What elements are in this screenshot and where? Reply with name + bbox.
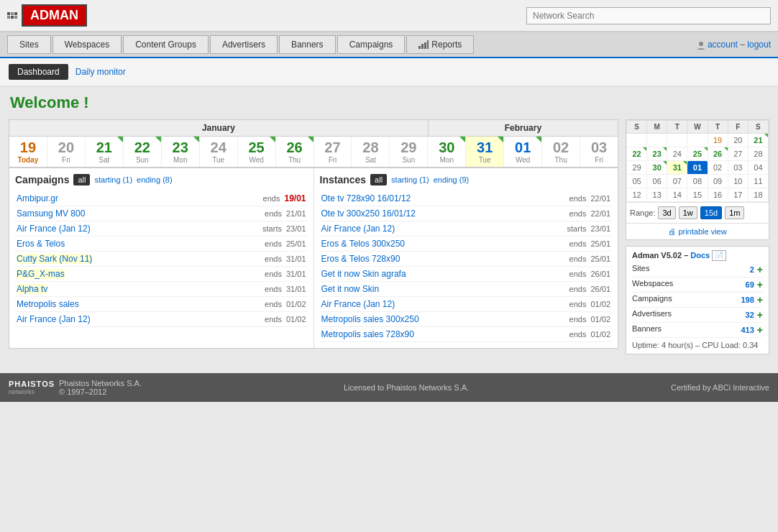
logo-text[interactable]: ADMAN bbox=[22, 4, 87, 27]
cal-day-01[interactable]: 01 Wed bbox=[504, 137, 542, 167]
instance-name[interactable]: Ote tv 300x250 16/01/12 bbox=[321, 208, 416, 219]
mini-cal-day[interactable]: 23 bbox=[647, 147, 667, 161]
mini-cal-day[interactable]: 03 bbox=[728, 161, 748, 175]
printable-view-link[interactable]: 🖨 printable view bbox=[626, 223, 769, 239]
stat-add[interactable]: + bbox=[757, 294, 763, 306]
range-3d[interactable]: 3d bbox=[658, 206, 675, 219]
instance-name[interactable]: Metropolis sales 728x90 bbox=[321, 329, 414, 339]
stat-value[interactable]: 32 bbox=[746, 311, 754, 319]
mini-cal-day[interactable]: 17 bbox=[728, 188, 748, 202]
campaigns-filter-all[interactable]: all bbox=[73, 174, 90, 185]
stat-value[interactable]: 413 bbox=[741, 326, 754, 334]
cal-day-31[interactable]: 31 Tue bbox=[466, 137, 504, 167]
mini-cal-day[interactable]: 09 bbox=[708, 175, 728, 188]
cal-day-02[interactable]: 02 Thu bbox=[542, 137, 580, 167]
account-link[interactable]: account bbox=[708, 40, 738, 50]
campaign-name[interactable]: Alpha tv bbox=[17, 284, 47, 294]
nav-campaigns[interactable]: Campaigns bbox=[337, 35, 406, 54]
stat-value[interactable]: 198 bbox=[741, 295, 754, 304]
mini-cal-day[interactable]: 04 bbox=[748, 161, 768, 175]
mini-cal-day[interactable]: 25 bbox=[687, 147, 708, 161]
mini-cal-day[interactable]: 21 bbox=[748, 134, 768, 147]
mini-cal-day[interactable]: 14 bbox=[667, 188, 687, 202]
nav-sites[interactable]: Sites bbox=[7, 35, 51, 54]
cal-day-25[interactable]: 25 Wed bbox=[238, 137, 276, 167]
stat-add[interactable]: + bbox=[757, 309, 763, 321]
campaign-name[interactable]: P&G_X-mas bbox=[17, 269, 65, 279]
instance-name[interactable]: Eros & Telos 728x90 bbox=[321, 254, 401, 264]
mini-cal-day[interactable]: 08 bbox=[687, 175, 708, 188]
campaign-name[interactable]: Air France (Jan 12) bbox=[17, 314, 91, 324]
cal-day-22[interactable]: 22 Sun bbox=[124, 137, 162, 167]
instances-filter-starting[interactable]: starting (1) bbox=[391, 175, 429, 184]
campaign-name[interactable]: Cutty Sark (Nov 11) bbox=[17, 254, 92, 264]
stat-add[interactable]: + bbox=[757, 324, 763, 336]
instance-name[interactable]: Get it now Skin bbox=[321, 284, 380, 294]
cal-day-23[interactable]: 23 Mon bbox=[162, 137, 200, 167]
mini-cal-day[interactable]: 29 bbox=[627, 161, 647, 175]
cal-day-24[interactable]: 24 Tue bbox=[200, 137, 238, 167]
docs-link[interactable]: Docs bbox=[690, 251, 710, 260]
mini-cal-day[interactable]: 01 bbox=[687, 161, 708, 175]
instances-filter-all[interactable]: all bbox=[370, 174, 387, 185]
stat-value[interactable]: 2 bbox=[750, 265, 754, 274]
cal-day-26[interactable]: 26 Thu bbox=[276, 137, 314, 167]
mini-cal-day[interactable]: 18 bbox=[748, 188, 768, 202]
mini-cal-day[interactable]: 13 bbox=[647, 188, 667, 202]
mini-cal-day[interactable]: 10 bbox=[728, 175, 748, 188]
nav-content-groups[interactable]: Content Groups bbox=[123, 35, 209, 54]
logout-link[interactable]: logout bbox=[747, 40, 771, 50]
instance-name[interactable]: Ote tv 728x90 16/01/12 bbox=[321, 193, 411, 203]
campaigns-filter-ending[interactable]: ending (8) bbox=[137, 175, 173, 184]
stat-add[interactable]: + bbox=[757, 279, 763, 290]
instance-name[interactable]: Get it now Skin agrafa bbox=[321, 269, 406, 279]
cal-day-29[interactable]: 29 Sun bbox=[390, 137, 428, 167]
dashboard-button[interactable]: Dashboard bbox=[9, 64, 68, 80]
range-1w[interactable]: 1w bbox=[679, 206, 697, 219]
instance-name[interactable]: Metropolis sales 300x250 bbox=[321, 314, 419, 324]
cal-day-19[interactable]: 19 Today bbox=[9, 137, 47, 167]
search-input[interactable] bbox=[526, 7, 771, 24]
mini-cal-day[interactable]: 24 bbox=[667, 147, 687, 161]
cal-day-20[interactable]: 20 Fri bbox=[47, 137, 86, 167]
mini-cal-day[interactable] bbox=[647, 134, 667, 147]
mini-cal-day[interactable]: 19 bbox=[708, 134, 728, 147]
cal-day-28[interactable]: 28 Sat bbox=[352, 137, 390, 167]
cal-day-27[interactable]: 27 Fri bbox=[314, 137, 352, 167]
campaigns-filter-starting[interactable]: starting (1) bbox=[94, 175, 132, 184]
nav-reports[interactable]: Reports bbox=[406, 35, 474, 54]
instance-name[interactable]: Eros & Telos 300x250 bbox=[321, 239, 406, 249]
range-15d[interactable]: 15d bbox=[700, 206, 722, 219]
mini-cal-day[interactable]: 05 bbox=[627, 175, 647, 188]
mini-cal-day[interactable]: 15 bbox=[687, 188, 708, 202]
instances-filter-ending[interactable]: ending (9) bbox=[434, 175, 470, 184]
mini-cal-day[interactable]: 20 bbox=[728, 134, 748, 147]
campaign-name[interactable]: Samsung MV 800 bbox=[17, 208, 85, 219]
mini-cal-day[interactable] bbox=[687, 134, 708, 147]
campaign-name[interactable]: Ambipur.gr bbox=[17, 193, 58, 203]
cal-day-21[interactable]: 21 Sat bbox=[86, 137, 124, 167]
cal-day-03[interactable]: 03 Fri bbox=[580, 137, 618, 167]
cal-day-30[interactable]: 30 Mon bbox=[428, 137, 466, 167]
stat-add[interactable]: + bbox=[757, 264, 763, 275]
mini-cal-day[interactable]: 06 bbox=[647, 175, 667, 188]
mini-cal-day[interactable] bbox=[667, 134, 687, 147]
mini-cal-day[interactable]: 27 bbox=[728, 147, 748, 161]
campaign-name[interactable]: Air France (Jan 12) bbox=[17, 224, 91, 234]
instance-name[interactable]: Air France (Jan 12) bbox=[321, 224, 395, 234]
mini-cal-day[interactable]: 16 bbox=[708, 188, 728, 202]
mini-cal-day[interactable]: 22 bbox=[627, 147, 647, 161]
mini-cal-day[interactable]: 31 bbox=[667, 161, 687, 175]
daily-monitor-link[interactable]: Daily monitor bbox=[75, 67, 126, 77]
stat-value[interactable]: 69 bbox=[746, 280, 754, 289]
instance-name[interactable]: Air France (Jan 12) bbox=[321, 299, 395, 309]
nav-webspaces[interactable]: Webspaces bbox=[52, 35, 122, 54]
nav-banners[interactable]: Banners bbox=[279, 35, 336, 54]
mini-cal-day[interactable]: 07 bbox=[667, 175, 687, 188]
mini-cal-day[interactable]: 26 bbox=[708, 147, 728, 161]
mini-cal-day[interactable]: 12 bbox=[627, 188, 647, 202]
mini-cal-day[interactable]: 28 bbox=[748, 147, 768, 161]
range-1m[interactable]: 1m bbox=[725, 206, 744, 219]
campaign-name[interactable]: Metropolis sales bbox=[17, 299, 79, 309]
mini-cal-day[interactable]: 11 bbox=[748, 175, 768, 188]
